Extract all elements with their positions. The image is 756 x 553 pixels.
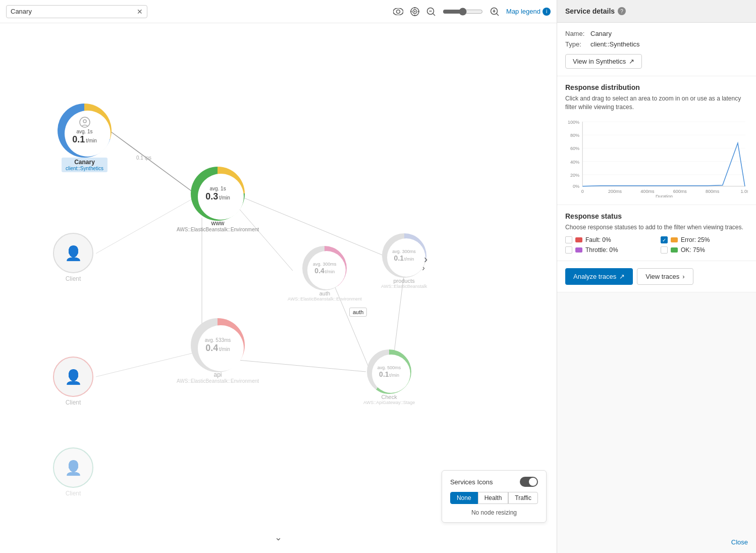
analyze-icon: ↗: [619, 273, 625, 280]
toggle-knob: [529, 478, 537, 486]
type-label: Type:: [565, 40, 590, 48]
auth-mid-node[interactable]: avg. 300ms 0.4 t/min auth AWS::ElasticBe…: [288, 248, 362, 301]
svg-text:200ms: 200ms: [608, 188, 622, 193]
svg-point-27: [80, 117, 90, 127]
svg-point-4: [414, 11, 416, 12]
zoom-slider[interactable]: [443, 8, 483, 16]
throttle-checkbox[interactable]: [565, 246, 572, 254]
api-avg: avg. 533ms: [205, 337, 231, 343]
client3-node[interactable]: 👤 Client: [53, 447, 93, 497]
type-row: Type: client::Synthetics: [565, 40, 748, 48]
clear-search-button[interactable]: ✕: [137, 8, 143, 16]
map-legend-info-icon: i: [543, 8, 551, 16]
client1-label: Client: [66, 275, 81, 282]
svg-text:40%: 40%: [570, 159, 579, 164]
legend-health-button[interactable]: Health: [478, 492, 509, 504]
status-grid: Fault: 0% Error: 25% Throttle: 0% OK: 75…: [565, 236, 748, 254]
api-node[interactable]: avg. 533ms 0.4 t/min api AWS::ElasticBea…: [177, 321, 259, 384]
analyze-traces-button[interactable]: Analyze traces ↗: [565, 268, 633, 285]
svg-text:60%: 60%: [570, 146, 579, 151]
check-label: Check: [382, 394, 397, 400]
analyze-traces-label: Analyze traces: [573, 273, 616, 280]
panel-header: Service details ?: [557, 0, 756, 23]
products-chevron[interactable]: ›: [424, 253, 427, 266]
view-synthetics-button[interactable]: View in Synthetics ↗: [565, 54, 642, 69]
panel-info-icon[interactable]: ?: [618, 7, 626, 15]
chevron-right-icon: ›: [682, 273, 684, 280]
response-distribution-section: Response distribution Click and drag to …: [557, 76, 756, 205]
svg-text:0: 0: [581, 188, 584, 193]
svg-text:80%: 80%: [570, 133, 579, 138]
products-avg: avg. 300ms: [392, 249, 416, 254]
canary-sublabel: client::Synthetics: [66, 166, 103, 171]
client2-node[interactable]: 👤 Client: [53, 357, 93, 406]
legend-traffic-button[interactable]: Traffic: [508, 492, 538, 504]
canary-tps: 0.1 t/min: [72, 134, 97, 145]
client2-icon: 👤: [65, 369, 82, 385]
www-avg: avg. 1s: [209, 186, 226, 191]
throttle-status-item: Throttle: 0%: [565, 246, 653, 254]
svg-line-15: [497, 14, 499, 16]
zoom-in-icon[interactable]: [490, 7, 499, 16]
legend-node-resize: No node resizing: [450, 509, 538, 516]
services-icons-label: Services Icons: [450, 478, 493, 486]
svg-text:20%: 20%: [570, 172, 579, 177]
svg-text:100%: 100%: [568, 120, 579, 125]
view-traces-button[interactable]: View traces ›: [637, 268, 693, 285]
ok-checkbox[interactable]: [661, 246, 668, 254]
panel-footer: Close: [557, 531, 756, 553]
check-sublabel: AWS::ApiGateway::Stage: [363, 400, 415, 405]
client1-node[interactable]: 👤 Client: [53, 233, 93, 282]
products-tps: 0.1 t/min: [394, 254, 414, 262]
svg-text:0.1 tps: 0.1 tps: [136, 155, 151, 161]
error-checkbox[interactable]: [661, 236, 668, 243]
auth-mid-tps: 0.4 t/min: [314, 267, 335, 275]
map-legend-button[interactable]: Map legend i: [506, 8, 551, 16]
eye-icon[interactable]: [393, 8, 403, 15]
check-node[interactable]: avg. 500ms 0.1 t/min Check AWS::ApiGatew…: [363, 351, 415, 405]
canary-node[interactable]: avg. 1s 0.1 t/min Canary client::Synthet…: [61, 107, 109, 172]
www-node[interactable]: avg. 1s 0.3 t/min www AWS::ElasticBeanst…: [177, 170, 259, 232]
ok-status-item: OK: 75%: [661, 246, 748, 254]
legend-box: Services Icons None Health Traffic No no…: [442, 470, 547, 523]
name-label: Name:: [565, 30, 590, 37]
products-node[interactable]: avg. 300ms 0.1 t/min products AWS::Elast…: [381, 235, 427, 289]
services-icons-toggle[interactable]: [520, 477, 538, 487]
fault-color: [575, 237, 582, 242]
api-tps: 0.4 t/min: [205, 343, 230, 354]
zoom-out-icon[interactable]: [426, 7, 436, 16]
type-value: client::Synthetics: [590, 40, 640, 48]
api-sublabel: AWS::ElasticBeanstalk::Environment: [177, 378, 259, 384]
svg-point-0: [393, 8, 403, 15]
throttle-label: Throttle: 0%: [585, 246, 618, 254]
svg-line-11: [433, 14, 435, 16]
search-input[interactable]: [11, 8, 137, 15]
client3-circle: 👤: [53, 447, 93, 488]
fault-label: Fault: 0%: [585, 236, 611, 243]
svg-text:600ms: 600ms: [673, 188, 687, 193]
svg-text:800ms: 800ms: [706, 188, 720, 193]
svg-point-28: [83, 120, 86, 123]
api-label: api: [214, 371, 222, 378]
search-container[interactable]: ✕: [6, 5, 147, 18]
zoom-slider-container: [443, 8, 483, 16]
panel-name-type: Name: Canary Type: client::Synthetics Vi…: [557, 23, 756, 76]
error-label: Error: 25%: [681, 236, 710, 243]
svg-point-1: [397, 10, 400, 13]
check-avg: avg. 500ms: [377, 365, 401, 370]
close-button[interactable]: Close: [731, 538, 748, 546]
svg-text:1.0s: 1.0s: [740, 188, 748, 193]
auth-mid-sublabel: AWS::ElasticBeanstalk::Environment: [288, 296, 362, 301]
external-link-icon: ↗: [629, 58, 634, 65]
client3-icon: 👤: [65, 460, 82, 476]
canary-label: Canary: [66, 159, 103, 166]
chart-container[interactable]: 100% 80% 60% 40% 20% 0% 0 200ms 400ms: [565, 117, 748, 197]
legend-none-button[interactable]: None: [450, 492, 478, 504]
legend-buttons: None Health Traffic: [450, 492, 538, 504]
view-traces-label: View traces: [645, 273, 679, 280]
target-icon[interactable]: [410, 7, 419, 16]
fault-checkbox[interactable]: [565, 236, 572, 243]
scroll-indicator[interactable]: ⌄: [275, 532, 282, 543]
www-tps: 0.3 t/min: [205, 191, 230, 202]
fault-status-item: Fault: 0%: [565, 236, 653, 243]
